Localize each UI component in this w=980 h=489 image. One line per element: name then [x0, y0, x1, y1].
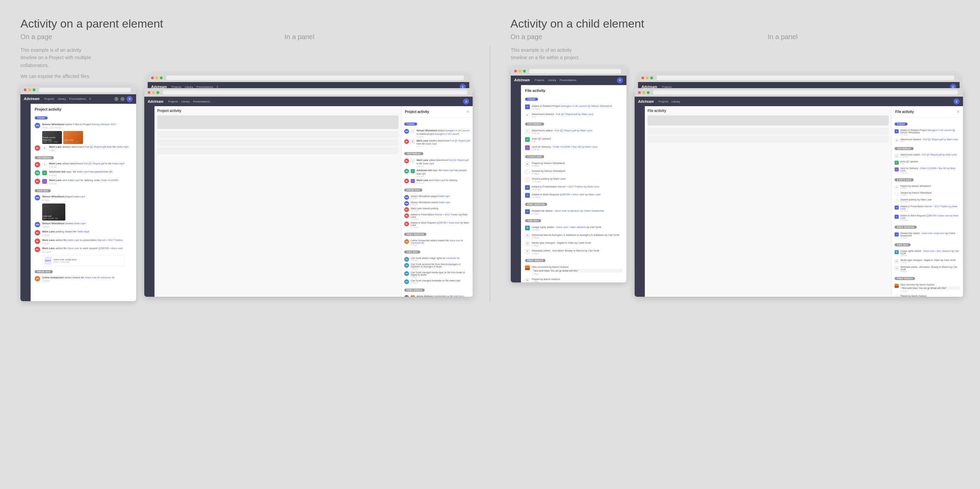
fa-panel-item-viewed: ○ Viewed by Nelson Wheatland 5:04pm [892, 191, 963, 197]
fa-panel-item-related: + Added to Related Project Avengers 4 UK… [892, 128, 963, 137]
fa-panel-item-presentation: + Added to Presentation Marvel + 2017 Tr… [892, 204, 963, 213]
file-item-media-type: ⊙ Media type changed - Digital to Video … [525, 241, 622, 247]
panel-item-presentation: ML Added to Presentation Marvel + 2017 T… [401, 213, 473, 221]
panel-item-mark-shared: ML Mark Lane shared publicly 11:37am [401, 207, 473, 213]
file-activity-panel-title: File activity [895, 110, 914, 114]
fa-panel-item-deleted: × Attachment deleted - Full QC Report.pd… [892, 137, 963, 143]
fa-panel-item-comment: New comment by Aaron Hudson "Nice work D… [892, 283, 963, 293]
activity-item-nelson-viewed: NW Nelson Wheatland viewed trailer.mp4 5… [35, 222, 132, 228]
activity-item-mark-public: ML Mark Lane publicly shared file traile… [35, 230, 132, 236]
file-item-shared: ↗ Shared publicly by Mark Lane 11:51am [525, 177, 622, 183]
file-item-played: ▶ Played by Nelson Wheatland 5:05pm [525, 161, 622, 168]
file-item-aaron-played: ▶ Played by Aaron Hudson 2:08pm [525, 277, 622, 282]
left-section-title: Activity on a parent element [21, 17, 469, 30]
panel-item-aaron-comment: AH Aaron Hudson commented on file brief.… [401, 295, 473, 297]
fa-panel-item-played: ▶ Played by Nelson Wheatland 5:05pm [892, 184, 963, 190]
panel-item-bot: AB ✓ Adstream bot says: file trailer.mp4… [401, 168, 473, 178]
left-panel-browser-front: Adstream Projects Library Presentations … [144, 88, 473, 297]
panel-item-carl-metadata: CS Carl Scott changed metadata on file t… [401, 279, 473, 285]
file-item-metadata: ≡ Metadata edited - Animation: Bowey to … [525, 248, 622, 255]
panel-item-carl-usage: CS Carl Scott added usage rights for voi… [401, 256, 473, 262]
trailer-thumb: trailer.mp4MP4 · 3:3:38 · HD [42, 204, 124, 220]
panel-item-nelson: NW Nelson Wheatland added Avengers 4 UK … [401, 128, 473, 139]
activity-item-nelson-played: NW Nelson Wheatland played trailer.mp4 5… [35, 195, 132, 201]
activity-item-mark-voice: ML Mark Lane added file Voice over to wo… [35, 247, 132, 253]
panel-item-carl-received: CS Carl Scott received file from Marvel … [401, 262, 473, 271]
file-item-viewed: ○ Viewed by Nelson Wheatland 5:04pm [525, 169, 622, 175]
file-item-renamed: ✎ Renamed Marvel Avengers 4, Addteam to … [525, 233, 622, 240]
activity-item-celine: CD Celine Dubanchet added related file V… [35, 276, 132, 282]
file-item-attach-deleted: × Attachment deleted - Full QC Report.pd… [525, 112, 622, 119]
file-item-comment: New comment by Aaron Hudson "Nice work D… [525, 265, 622, 276]
fa-panel-item-shared: ↗ Shared publicly by Mark Lane 11:51am [892, 198, 963, 204]
file-item-delivery: → Sent for Delivery - Order #123456 • Sk… [525, 145, 622, 151]
right-on-a-page-label: On a page [511, 33, 606, 41]
right-in-a-panel-label: In a panel [768, 33, 798, 41]
voice-file-attach: DOCX Voice over script.docxDOCX · 103.8 … [42, 255, 124, 266]
fa-panel-item-usage: ✦ Usage rights added - Voice over • Sam … [892, 249, 963, 257]
file-item-workreq: + Added to Work Request Q356785 • Voice … [525, 192, 622, 199]
right-panel-browser-front: Adstream Projects Library D File activit… [635, 88, 963, 297]
fa-panel-item-autoqc: ✓ Auto-QC passed 5:00 [892, 159, 963, 166]
panel-item-celine: CD Celine Dubanchet added related file V… [401, 239, 473, 247]
panel-item-carl-media-type: CS Carl Scott changed media type on file… [401, 271, 473, 279]
activity-item-mark-presentation: ML Mark Lane added file trailer.mp4 to p… [35, 239, 132, 245]
panel-item-workrequest: ML Added to Work Request Q356785 • Voice… [401, 221, 473, 229]
file-item-related-project: + Added to Related Project Avengers 4 UK… [525, 104, 622, 111]
activity-item-bot: AB ✓ Adstream bot says: file trailer.mp4… [35, 170, 132, 177]
panel-item-nelson-viewed: NW Nelson Wheatland viewed trailer.mp4 5… [401, 201, 473, 207]
panel-item-mark-sent: ML → Mark Lane sent trailer.mp4 for deli… [401, 178, 473, 185]
right-section-title: Activity on a child element [511, 17, 959, 30]
activity-item-mark-added: ML + Mark Lane added attachment Full QC … [35, 162, 132, 169]
file-item-attach-added: + Attachment added - Full QC Report.pdf … [525, 128, 622, 135]
fa-panel-item-workreq: + Added to Work Request Q356785 • Voice … [892, 214, 963, 222]
activity-item-mark-sent: ML → Mark Lane sent trailer.mp4 for deli… [35, 178, 132, 185]
media-thumbnails: Beauty and the Beast.movMOV · 3:17 · FHD… [42, 131, 124, 144]
fa-panel-item-related-file: + Related file added - Voice over script… [892, 231, 963, 240]
file-item-autoqc: ✓ Auto-QC passed 5:00 [525, 137, 622, 143]
fa-panel-item-media: ⊙ Media type changed - Digital to Video … [892, 258, 963, 264]
left-on-a-page-label: On a page [21, 33, 129, 41]
fa-panel-item-metadata: ≡ Metadata edited - Animation: Bowey to … [892, 265, 963, 273]
panel-title-project-activity: Project activity [405, 110, 429, 114]
left-in-a-panel-label: In a panel [285, 33, 314, 41]
panel-close-icon[interactable]: × [466, 109, 469, 114]
file-item-presentation: + Added to Presentation Marvel + 2017 Tr… [525, 185, 622, 191]
activity-item-mark-deleted: ML × Mark Lane deleted attachment Full Q… [35, 145, 132, 152]
panel-item-mark-add: ML + Mark Lane added attachment Full QC … [401, 158, 473, 168]
project-activity-heading: Project activity [35, 107, 132, 111]
panel-item-mark-del: ML × Mark Lane deleted attachment Full Q… [401, 139, 473, 149]
file-activity-panel-close[interactable]: × [957, 109, 959, 114]
panel-item-nelson-played: NW Nelson Wheatland played trailer.mp4 5… [401, 194, 473, 201]
left-description: This example is of an activity timeline … [21, 46, 136, 80]
left-page-browser: Adstream Projects Library Presentations … [21, 86, 136, 301]
fa-panel-item-delivery: → Sent for Delivery - Order #123456 • Sk… [892, 166, 963, 175]
fa-panel-item-added: + Attachment added - Full QC Report.pdf … [892, 153, 963, 159]
activity-item-nelson-today: NW Nelson Wheatland added 3 files to Pro… [35, 123, 132, 129]
file-item-related-added: + Related file added - Voice over script… [525, 209, 622, 215]
file-activity-heading: File activity [525, 88, 622, 92]
fa-panel-item-aaron-played: ▶ Played by Aaron Hudson 2:08pm [892, 294, 963, 297]
file-item-usage-rights: ✦ Usage rights added - Voice over • Sam … [525, 225, 622, 232]
right-page-browser: Adstream Projects Library Presentations … [511, 67, 627, 282]
right-description: This example is of an activity timeline … [511, 46, 627, 62]
